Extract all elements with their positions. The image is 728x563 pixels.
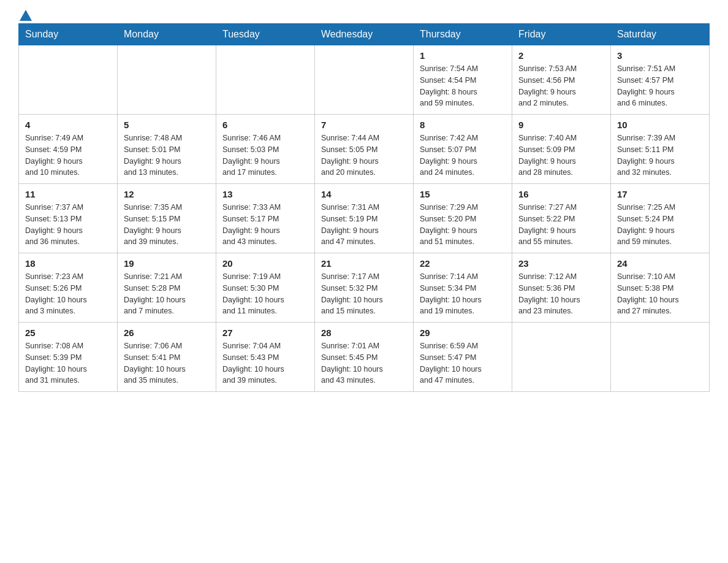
calendar-cell: 17Sunrise: 7:25 AMSunset: 5:24 PMDayligh… [611,184,710,253]
day-info: Sunrise: 7:54 AMSunset: 4:54 PMDaylight:… [420,63,506,109]
calendar-cell: 28Sunrise: 7:01 AMSunset: 5:45 PMDayligh… [315,323,414,392]
calendar-cell: 22Sunrise: 7:14 AMSunset: 5:34 PMDayligh… [414,253,512,323]
calendar-cell: 18Sunrise: 7:23 AMSunset: 5:26 PMDayligh… [19,253,118,323]
day-number: 15 [420,189,506,199]
day-number: 18 [25,258,111,269]
day-info: Sunrise: 7:35 AMSunset: 5:15 PMDaylight:… [124,202,210,248]
day-info: Sunrise: 7:42 AMSunset: 5:07 PMDaylight:… [420,132,506,178]
day-info: Sunrise: 7:29 AMSunset: 5:20 PMDaylight:… [420,202,506,248]
calendar-cell [216,45,315,115]
day-number: 1 [420,50,506,61]
calendar-cell [512,323,611,392]
day-info: Sunrise: 7:46 AMSunset: 5:03 PMDaylight:… [222,132,308,178]
header-day-wednesday: Wednesday [315,24,414,45]
svg-marker-0 [20,10,32,21]
day-number: 17 [617,189,703,199]
day-number: 25 [25,327,111,338]
day-number: 28 [321,327,407,338]
day-number: 9 [518,120,604,130]
calendar-cell: 3Sunrise: 7:51 AMSunset: 4:57 PMDaylight… [611,45,710,115]
header-row: SundayMondayTuesdayWednesdayThursdayFrid… [19,24,710,45]
day-info: Sunrise: 7:08 AMSunset: 5:39 PMDaylight:… [25,340,111,386]
header-day-monday: Monday [118,24,216,45]
day-info: Sunrise: 7:31 AMSunset: 5:19 PMDaylight:… [321,202,407,248]
calendar-cell [315,45,414,115]
calendar-cell: 12Sunrise: 7:35 AMSunset: 5:15 PMDayligh… [118,184,216,253]
day-info: Sunrise: 7:40 AMSunset: 5:09 PMDaylight:… [518,132,604,178]
day-info: Sunrise: 7:19 AMSunset: 5:30 PMDaylight:… [222,271,308,317]
day-info: Sunrise: 7:27 AMSunset: 5:22 PMDaylight:… [518,202,604,248]
header-day-tuesday: Tuesday [216,24,315,45]
calendar-cell: 21Sunrise: 7:17 AMSunset: 5:32 PMDayligh… [315,253,414,323]
day-info: Sunrise: 7:37 AMSunset: 5:13 PMDaylight:… [25,202,111,248]
calendar-cell: 1Sunrise: 7:54 AMSunset: 4:54 PMDaylight… [414,45,512,115]
day-number: 4 [25,120,111,130]
day-number: 21 [321,258,407,269]
day-info: Sunrise: 7:06 AMSunset: 5:41 PMDaylight:… [124,340,210,386]
day-info: Sunrise: 7:21 AMSunset: 5:28 PMDaylight:… [124,271,210,317]
day-number: 10 [617,120,703,130]
calendar-cell [19,45,118,115]
day-info: Sunrise: 7:48 AMSunset: 5:01 PMDaylight:… [124,132,210,178]
calendar-cell: 19Sunrise: 7:21 AMSunset: 5:28 PMDayligh… [118,253,216,323]
day-number: 14 [321,189,407,199]
calendar-cell: 13Sunrise: 7:33 AMSunset: 5:17 PMDayligh… [216,184,315,253]
calendar-table: SundayMondayTuesdayWednesdayThursdayFrid… [18,23,710,392]
day-number: 6 [222,120,308,130]
week-row-4: 18Sunrise: 7:23 AMSunset: 5:26 PMDayligh… [19,253,710,323]
calendar-cell: 4Sunrise: 7:49 AMSunset: 4:59 PMDaylight… [19,115,118,184]
week-row-2: 4Sunrise: 7:49 AMSunset: 4:59 PMDaylight… [19,115,710,184]
day-info: Sunrise: 7:53 AMSunset: 4:56 PMDaylight:… [518,63,604,109]
day-number: 22 [420,258,506,269]
day-number: 16 [518,189,604,199]
header-day-thursday: Thursday [414,24,512,45]
calendar-cell: 7Sunrise: 7:44 AMSunset: 5:05 PMDaylight… [315,115,414,184]
day-info: Sunrise: 7:44 AMSunset: 5:05 PMDaylight:… [321,132,407,178]
day-number: 29 [420,327,506,338]
calendar-cell: 14Sunrise: 7:31 AMSunset: 5:19 PMDayligh… [315,184,414,253]
day-number: 13 [222,189,308,199]
header-day-sunday: Sunday [19,24,118,45]
week-row-3: 11Sunrise: 7:37 AMSunset: 5:13 PMDayligh… [19,184,710,253]
day-number: 7 [321,120,407,130]
day-info: Sunrise: 7:25 AMSunset: 5:24 PMDaylight:… [617,202,703,248]
day-number: 12 [124,189,210,199]
calendar-cell: 9Sunrise: 7:40 AMSunset: 5:09 PMDaylight… [512,115,611,184]
day-info: Sunrise: 7:49 AMSunset: 4:59 PMDaylight:… [25,132,111,178]
day-info: Sunrise: 7:17 AMSunset: 5:32 PMDaylight:… [321,271,407,317]
day-number: 26 [124,327,210,338]
day-info: Sunrise: 7:10 AMSunset: 5:38 PMDaylight:… [617,271,703,317]
calendar-cell: 5Sunrise: 7:48 AMSunset: 5:01 PMDaylight… [118,115,216,184]
page-header [18,12,710,17]
calendar-cell: 27Sunrise: 7:04 AMSunset: 5:43 PMDayligh… [216,323,315,392]
day-number: 8 [420,120,506,130]
calendar-cell: 15Sunrise: 7:29 AMSunset: 5:20 PMDayligh… [414,184,512,253]
calendar-header: SundayMondayTuesdayWednesdayThursdayFrid… [19,24,710,45]
calendar-cell: 20Sunrise: 7:19 AMSunset: 5:30 PMDayligh… [216,253,315,323]
day-info: Sunrise: 7:39 AMSunset: 5:11 PMDaylight:… [617,132,703,178]
logo [18,12,32,17]
day-number: 23 [518,258,604,269]
day-number: 5 [124,120,210,130]
calendar-cell: 26Sunrise: 7:06 AMSunset: 5:41 PMDayligh… [118,323,216,392]
day-info: Sunrise: 7:14 AMSunset: 5:34 PMDaylight:… [420,271,506,317]
day-info: Sunrise: 7:23 AMSunset: 5:26 PMDaylight:… [25,271,111,317]
calendar-cell: 11Sunrise: 7:37 AMSunset: 5:13 PMDayligh… [19,184,118,253]
day-number: 24 [617,258,703,269]
day-info: Sunrise: 7:51 AMSunset: 4:57 PMDaylight:… [617,63,703,109]
day-number: 11 [25,189,111,199]
calendar-cell: 6Sunrise: 7:46 AMSunset: 5:03 PMDaylight… [216,115,315,184]
day-number: 19 [124,258,210,269]
day-info: Sunrise: 7:33 AMSunset: 5:17 PMDaylight:… [222,202,308,248]
calendar-cell: 16Sunrise: 7:27 AMSunset: 5:22 PMDayligh… [512,184,611,253]
calendar-cell: 24Sunrise: 7:10 AMSunset: 5:38 PMDayligh… [611,253,710,323]
calendar-cell [118,45,216,115]
day-number: 20 [222,258,308,269]
day-info: Sunrise: 7:12 AMSunset: 5:36 PMDaylight:… [518,271,604,317]
day-number: 27 [222,327,308,338]
day-info: Sunrise: 7:01 AMSunset: 5:45 PMDaylight:… [321,340,407,386]
header-day-friday: Friday [512,24,611,45]
calendar-cell: 2Sunrise: 7:53 AMSunset: 4:56 PMDaylight… [512,45,611,115]
calendar-cell: 29Sunrise: 6:59 AMSunset: 5:47 PMDayligh… [414,323,512,392]
calendar-cell: 10Sunrise: 7:39 AMSunset: 5:11 PMDayligh… [611,115,710,184]
